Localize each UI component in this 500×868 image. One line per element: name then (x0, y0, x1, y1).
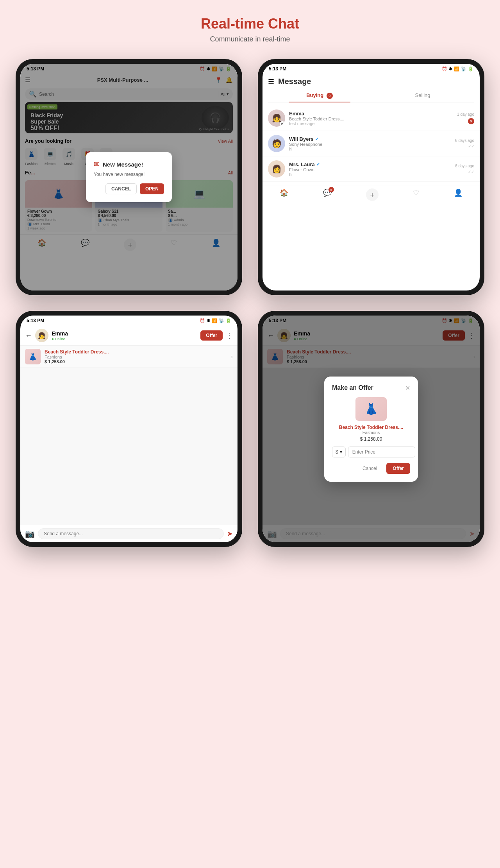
chat-topbar: ← 👧 Emma ● Online Offer ⋮ (20, 326, 238, 346)
notification-header: ✉ New Message! (94, 160, 164, 169)
message-input[interactable] (38, 528, 224, 539)
phone2-status-bar: 5:13 PM ⏰ ✱ 📶 📡 🔋 (262, 64, 480, 74)
preview-product-seller: Fashions (45, 355, 227, 359)
preview-product-price: $ 1,258.00 (45, 359, 227, 364)
message-item-laura[interactable]: 👩 Mrs. Laura ✔ Flower Gown hi 6 days ago… (262, 156, 480, 182)
phone4-screen: 5:13 PM ⏰ ✱ 📶 📡 🔋 ← 👧 Emma ● Online (262, 316, 480, 542)
offer-dialog: Make an Offer ✕ 👗 Beach Style Toddler Dr… (324, 377, 418, 482)
signal-icon2: 📡 (461, 66, 466, 72)
menu-icon2[interactable]: ☰ (268, 77, 274, 86)
notification-cancel-button[interactable]: CANCEL (105, 183, 137, 194)
currency-chevron-icon: ▾ (340, 449, 342, 455)
preview-product-name: Beach Style Toddler Dress.... (45, 349, 227, 355)
battery-icon3: 🔋 (226, 318, 231, 323)
offer-product-seller: Fashions (332, 430, 410, 435)
phone2-screen: 5:13 PM ⏰ ✱ 📶 📡 🔋 ☰ Message Buying 9 (262, 64, 480, 291)
price-input-field[interactable] (348, 447, 415, 457)
preview-product-image: 👗 (25, 349, 41, 364)
notification-title: New Message! (103, 161, 143, 168)
will-msg-right: 6 days ago ✓✓ (455, 138, 474, 149)
phones-grid: 5:13 PM ⏰ ✱ 📶 📡 🔋 ☰ PSX Multi-Purpose ..… (16, 59, 484, 547)
offer-product-price: $ 1,258.00 (332, 436, 410, 442)
offer-dialog-buttons: Cancel Offer (332, 463, 410, 474)
emma-msg-right: 1 day ago 9 (457, 112, 474, 124)
preview-arrow-icon: › (231, 353, 233, 360)
laura-time: 6 days ago (455, 164, 474, 168)
chat-user-avatar: 👧 (35, 329, 48, 342)
will-avatar: 🧑 (268, 135, 285, 152)
will-avatar-img: 🧑 (268, 135, 285, 152)
bluetooth-icon2: ✱ (449, 66, 452, 72)
chat-badge: 9 (329, 187, 334, 192)
emma-item-icon: 🛍 (280, 121, 285, 127)
phone2-status-icons: ⏰ ✱ 📶 📡 🔋 (442, 66, 473, 72)
will-read: ✓✓ (468, 144, 474, 149)
will-time: 6 days ago (455, 138, 474, 143)
back-button[interactable]: ← (25, 332, 32, 340)
will-name: Will Byers (289, 136, 314, 142)
currency-selector[interactable]: $ ▾ (332, 447, 346, 457)
phone2-topbar: ☰ Message (262, 74, 480, 89)
phone3-screen: 5:13 PM ⏰ ✱ 📶 📡 🔋 ← 👧 Emma ● Online (20, 316, 238, 542)
offer-submit-button[interactable]: Offer (386, 463, 410, 474)
chat-body (20, 368, 238, 525)
nav2-wishlist[interactable]: ♡ (413, 188, 419, 201)
offer-overlay: Make an Offer ✕ 👗 Beach Style Toddler Dr… (262, 316, 480, 542)
price-input-row: $ ▾ (332, 447, 410, 457)
emma-name: Emma (289, 111, 304, 117)
send-button[interactable]: ➤ (227, 529, 233, 538)
currency-symbol: $ (336, 449, 338, 455)
offer-product-image: 👗 (355, 397, 387, 421)
phone1-frame: 5:13 PM ⏰ ✱ 📶 📡 🔋 ☰ PSX Multi-Purpose ..… (16, 59, 242, 295)
nav2-chat[interactable]: 💬 9 (323, 188, 332, 201)
will-verified-icon: ✔ (315, 136, 319, 142)
phone3-status-icons: ⏰ ✱ 📶 📡 🔋 (200, 318, 231, 323)
emma-preview: test message (289, 121, 453, 126)
offer-cancel-button[interactable]: Cancel (356, 463, 383, 474)
laura-read: ✓✓ (468, 170, 474, 174)
nav2-profile[interactable]: 👤 (454, 188, 462, 201)
nav2-home[interactable]: 🏠 (280, 188, 288, 201)
close-dialog-icon[interactable]: ✕ (405, 384, 410, 392)
laura-avatar-img: 👩 (268, 160, 285, 178)
offer-button[interactable]: Offer (200, 330, 223, 341)
wifi-icon2: 📶 (454, 66, 459, 72)
alarm-icon2: ⏰ (442, 66, 447, 72)
offer-dialog-title: Make an Offer (332, 384, 373, 391)
laura-msg-right: 6 days ago ✓✓ (455, 164, 474, 174)
chat-user-info: Emma ● Online (52, 330, 197, 341)
camera-icon[interactable]: 📷 (25, 529, 35, 538)
message-item-will[interactable]: 🧑 Will Byers ✔ Sony Headphone hi 6 days … (262, 131, 480, 156)
battery-icon2: 🔋 (468, 66, 473, 72)
tab-buying[interactable]: Buying 9 (268, 89, 371, 102)
will-name-row: Will Byers ✔ (289, 136, 451, 142)
notification-body: You have new message! (94, 172, 164, 177)
buying-badge: 9 (327, 93, 333, 99)
more-options-icon[interactable]: ⋮ (226, 331, 233, 340)
offer-product-name: Beach Style Toddler Dress.... (332, 425, 410, 430)
chat-avatar-img: 👧 (35, 329, 48, 342)
tab-selling[interactable]: Selling (371, 89, 474, 102)
notification-dialog: ✉ New Message! You have new message! CAN… (86, 152, 172, 202)
laura-avatar: 👩 (268, 160, 285, 178)
notification-open-button[interactable]: OPEN (140, 183, 164, 194)
message-item-emma[interactable]: 👧 🛍 Emma Beach Style Toddler Dress.... t… (262, 106, 480, 131)
phone3-status-bar: 5:13 PM ⏰ ✱ 📶 📡 🔋 (20, 316, 238, 326)
signal-icon3: 📡 (219, 318, 224, 323)
laura-name: Mrs. Laura (289, 161, 315, 167)
phone1-screen: 5:13 PM ⏰ ✱ 📶 📡 🔋 ☰ PSX Multi-Purpose ..… (20, 64, 238, 291)
chat-input-bar: 📷 ➤ (20, 525, 238, 542)
notification-overlay: ✉ New Message! You have new message! CAN… (20, 64, 238, 291)
preview-product-info: Beach Style Toddler Dress.... Fashions $… (45, 349, 227, 364)
phone4-frame: 5:13 PM ⏰ ✱ 📶 📡 🔋 ← 👧 Emma ● Online (258, 311, 484, 547)
phone3-frame: 5:13 PM ⏰ ✱ 📶 📡 🔋 ← 👧 Emma ● Online (16, 311, 242, 547)
nav2-add[interactable]: ＋ (366, 188, 379, 201)
product-preview-bar[interactable]: 👗 Beach Style Toddler Dress.... Fashions… (20, 346, 238, 368)
emma-time: 1 day ago (457, 112, 474, 117)
emma-avatar: 👧 🛍 (268, 109, 285, 127)
offer-dialog-header: Make an Offer ✕ (332, 384, 410, 392)
laura-product: Flower Gown (289, 167, 451, 172)
page-header: Real-time Chat Communicate in real-time (8, 16, 492, 43)
emma-info: Emma Beach Style Toddler Dress.... test … (289, 111, 453, 126)
will-product: Sony Headphone (289, 142, 451, 147)
